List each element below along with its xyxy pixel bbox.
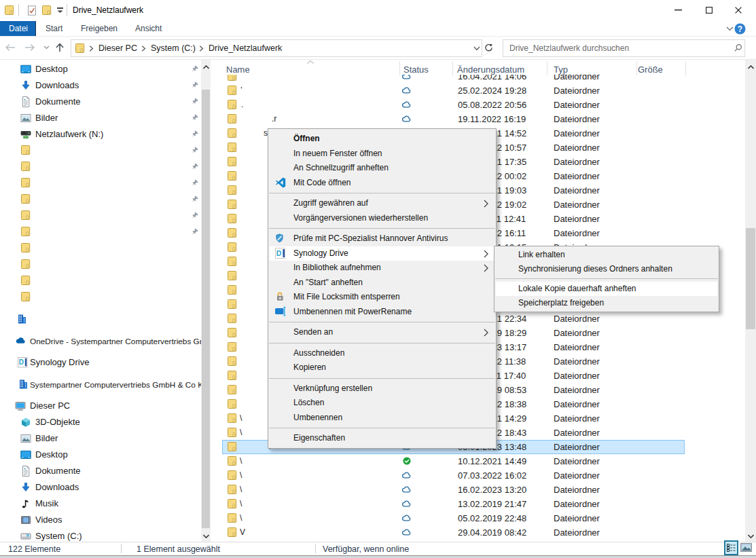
svg-text:D: D: [276, 249, 282, 257]
svg-text:?: ?: [738, 24, 742, 34]
svg-text:D: D: [19, 358, 24, 366]
